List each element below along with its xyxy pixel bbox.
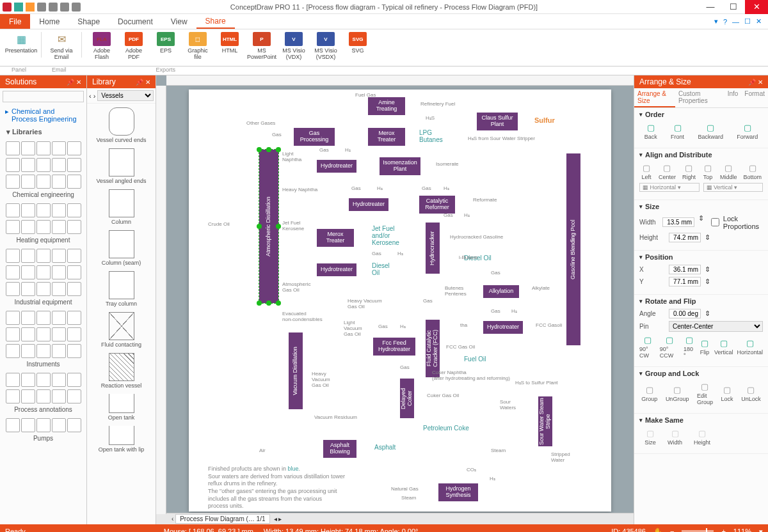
stencil-icon[interactable]: [6, 141, 20, 155]
library-shape[interactable]: [109, 353, 134, 381]
stencil-icon[interactable]: [36, 327, 51, 341]
stencil-icon[interactable]: [67, 203, 81, 217]
toolbar-options-icon[interactable]: ▾: [714, 17, 718, 26]
library-selector[interactable]: Vessels: [97, 90, 154, 101]
rotate-vertical[interactable]: ▢Vertical: [714, 338, 733, 356]
stencil-icon[interactable]: [21, 158, 35, 172]
library-pin-icon[interactable]: 📌 ✕: [136, 79, 150, 86]
selection-handle[interactable]: [257, 224, 262, 229]
selection-handle[interactable]: [276, 224, 281, 229]
selection-handle[interactable]: [266, 147, 271, 152]
ribbon-min-icon[interactable]: —: [732, 18, 739, 26]
zoom-out-icon[interactable]: −: [670, 528, 674, 532]
process-box-hydro3[interactable]: Hydrotreater: [317, 263, 356, 276]
stencil-icon[interactable]: [6, 265, 20, 279]
rotate--ccw[interactable]: ▢90° CCW: [660, 334, 680, 359]
process-box-claus[interactable]: Claus Sulfur Plant: [477, 113, 518, 130]
library-shape[interactable]: [109, 107, 134, 136]
arr-tab-custom[interactable]: Custom Properties: [675, 88, 724, 107]
stencil-icon[interactable]: [52, 373, 66, 387]
ribbon-adobe-flash[interactable]: FLAAdobe Flash: [86, 32, 118, 60]
group-unlock[interactable]: ▢UnLock: [741, 384, 761, 402]
stencil-icon[interactable]: [52, 344, 66, 358]
align-header[interactable]: Align and Distribute: [639, 151, 763, 159]
stencil-icon[interactable]: [21, 265, 35, 279]
close-button[interactable]: ✕: [745, 0, 768, 14]
lock-proportions-checkbox[interactable]: [711, 218, 719, 226]
stencil-icon[interactable]: [6, 175, 20, 189]
process-box-isom[interactable]: Isomenzation Plant: [380, 157, 420, 175]
stencil-icon[interactable]: [67, 175, 81, 189]
library-shape[interactable]: [109, 394, 134, 413]
group-header[interactable]: Group and Lock: [639, 370, 763, 377]
stencil-icon[interactable]: [52, 418, 66, 432]
ribbon-presentation[interactable]: ▦Presentation: [5, 32, 37, 54]
menu-shape[interactable]: Shape: [68, 14, 109, 29]
stencil-icon[interactable]: [67, 344, 81, 358]
ribbon-close-icon[interactable]: ✕: [756, 17, 762, 26]
stencil-icon[interactable]: [6, 311, 20, 325]
stencil-icon[interactable]: [36, 344, 51, 358]
align-vertical-dropdown[interactable]: ▦ Vertical ▾: [703, 183, 764, 192]
stencil-icon[interactable]: [21, 418, 35, 432]
group-lock[interactable]: ▢Lock: [721, 384, 733, 402]
library-shape[interactable]: [109, 312, 134, 340]
stencil-icon[interactable]: [21, 282, 35, 296]
ribbon-eps[interactable]: EPSEPS: [150, 32, 182, 54]
selection-handle[interactable]: [257, 301, 262, 306]
rotate-flip[interactable]: ▢Flip: [699, 338, 710, 356]
stencil-icon[interactable]: [36, 249, 51, 263]
align-horizontal-dropdown[interactable]: ▦ Horizontal ▾: [639, 183, 700, 192]
process-box-merox2[interactable]: Merox Treater: [317, 229, 354, 247]
stencil-icon[interactable]: [21, 249, 35, 263]
process-box-hydro1[interactable]: Hydrotreater: [317, 160, 356, 173]
process-box-fcc[interactable]: Fluid Catalytic Cracker (FCC): [426, 320, 440, 377]
order-forward[interactable]: ▢Forward: [737, 122, 758, 140]
stencil-icon[interactable]: [36, 265, 51, 279]
order-header[interactable]: Order: [639, 111, 763, 118]
stencil-icon[interactable]: [6, 220, 20, 234]
stencil-icon[interactable]: [52, 203, 66, 217]
stencil-icon[interactable]: [52, 175, 66, 189]
tab-prev-icon[interactable]: ‹: [172, 515, 173, 522]
process-box-gbp[interactable]: Gasoline Blending Pool: [566, 153, 580, 345]
tab-scroll[interactable]: ◂ ▸: [274, 515, 282, 522]
stencil-icon[interactable]: [6, 249, 20, 263]
ribbon-send-via-email[interactable]: ✉Send via Email: [45, 32, 77, 60]
stencil-icon[interactable]: [36, 158, 51, 172]
order-front[interactable]: ▢Front: [671, 122, 684, 140]
library-shapes-list[interactable]: Vessel curved endsVessel angled endsColu…: [87, 104, 156, 524]
library-shape[interactable]: [109, 189, 134, 217]
menu-file[interactable]: File: [0, 14, 30, 29]
zoom-in-icon[interactable]: +: [721, 528, 725, 532]
stencil-icon[interactable]: [52, 220, 66, 234]
stencil-icon[interactable]: [67, 389, 81, 403]
diagram-page[interactable]: Amine TreatingClaus Sulfur PlantSulfurGa…: [189, 90, 611, 512]
stencil-icon[interactable]: [67, 327, 81, 341]
process-box-asphalt[interactable]: Asphalt Blowing: [323, 440, 356, 458]
process-box-coker[interactable]: Delayed Coker: [400, 379, 414, 418]
align-left[interactable]: ▢Left: [641, 162, 652, 180]
rotate--cw[interactable]: ▢90° CW: [639, 334, 656, 359]
solutions-pin-icon[interactable]: 📌 ✕: [67, 79, 81, 86]
ribbon-ms-powerpoint[interactable]: PMS PowerPoint: [246, 32, 278, 60]
arr-tab-info[interactable]: Info: [724, 88, 742, 107]
menu-view[interactable]: View: [162, 14, 196, 29]
process-box-merox1[interactable]: Merox Treater: [368, 128, 405, 146]
lib-next-icon[interactable]: ›: [93, 92, 96, 100]
arr-tab-format[interactable]: Format: [741, 88, 768, 107]
page-tab[interactable]: Process Flow Diagram (… 1/1: [175, 514, 269, 524]
process-box-gasproc[interactable]: Gas Processing: [294, 128, 335, 146]
zoom-dropdown-icon[interactable]: ▾: [759, 528, 763, 533]
stencil-icon[interactable]: [67, 141, 81, 155]
minimize-button[interactable]: —: [699, 0, 722, 14]
height-input[interactable]: [669, 233, 701, 242]
align-top[interactable]: ▢Top: [702, 162, 714, 180]
qa-new-icon[interactable]: [14, 3, 23, 12]
library-shape[interactable]: [109, 426, 134, 445]
stencil-icon[interactable]: [36, 418, 51, 432]
stencil-icon[interactable]: [6, 418, 20, 432]
stencil-icon[interactable]: [6, 158, 20, 172]
stencil-icon[interactable]: [52, 311, 66, 325]
x-input[interactable]: [669, 265, 701, 274]
